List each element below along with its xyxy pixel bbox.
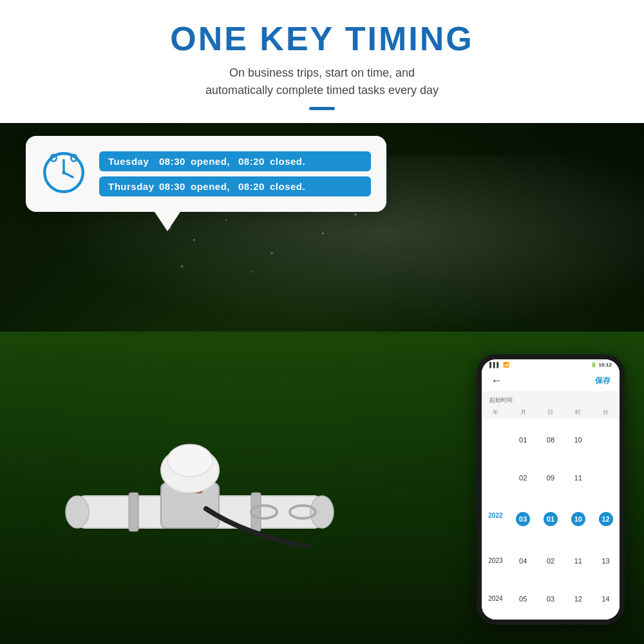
- cell-5-1: 05: [509, 593, 537, 605]
- bottom-section: Tuesday 08:30 opened, 08:20 closed. Thur…: [0, 123, 644, 644]
- cell-3-3: 10: [564, 510, 592, 528]
- schedule-label: 起始时间: [482, 392, 620, 406]
- thursday-day: Thursday: [108, 181, 156, 192]
- phone-status-bar: ▌▌▌ 📶 🔋 10:12: [482, 359, 620, 370]
- tuesday-day: Tuesday: [108, 156, 156, 167]
- bubble-content: Tuesday 08:30 opened, 08:20 closed. Thur…: [41, 150, 371, 198]
- cal-row-4: 2023 04 02 11 13: [482, 555, 620, 567]
- cell-4-1: 04: [509, 555, 537, 567]
- phone-nav: ← 保存: [482, 370, 620, 392]
- status-time: 10:12: [599, 362, 612, 368]
- cell-3-2-circle: 01: [544, 512, 558, 526]
- cell-3-4-circle: 12: [599, 512, 613, 526]
- calendar-area: 年 月 日 时 分 01 08: [482, 406, 620, 620]
- cal-row-1: 01 08 10: [482, 434, 620, 446]
- cal-row-2: 02 09 11: [482, 472, 620, 484]
- header-hour: 时: [564, 408, 592, 417]
- phone-outer: ▌▌▌ 📶 🔋 10:12 ← 保存: [477, 354, 625, 625]
- subtitle-line2: automatically complete timed tasks every…: [205, 84, 439, 97]
- svg-rect-15: [251, 493, 261, 531]
- save-button[interactable]: 保存: [595, 375, 611, 386]
- thursday-open-time: 08:30: [159, 181, 188, 192]
- cell-2-2: 09: [537, 472, 565, 484]
- speech-bubble: Tuesday 08:30 opened, 08:20 closed. Thur…: [26, 136, 386, 212]
- phone-wrapper: ▌▌▌ 📶 🔋 10:12 ← 保存: [477, 354, 625, 625]
- signal-icon: ▌▌▌: [489, 362, 500, 368]
- header-minute: 分: [592, 408, 620, 417]
- cell-5-2: 03: [537, 593, 565, 605]
- cell-4-3: 11: [564, 555, 592, 567]
- cell-2-0: [482, 472, 509, 484]
- device-area: [64, 354, 354, 547]
- cell-4-0: 2023: [482, 555, 509, 567]
- svg-point-7: [66, 496, 89, 528]
- thursday-open-action: opened,: [191, 181, 236, 192]
- cal-row-3-highlighted: 2022 03 01 10: [482, 510, 620, 528]
- cell-5-0: 2024: [482, 593, 509, 605]
- cell-3-4: 12: [592, 510, 620, 528]
- tuesday-open-time: 08:30: [159, 156, 188, 167]
- cell-1-3: 10: [564, 434, 592, 446]
- header-month: 月: [509, 408, 537, 417]
- clock-icon: [41, 150, 86, 198]
- cell-3-1-circle: 03: [516, 512, 530, 526]
- page-wrapper: ONE KEY TIMING On business trips, start …: [0, 0, 644, 644]
- schedule-row-tuesday: Tuesday 08:30 opened, 08:20 closed.: [99, 151, 371, 171]
- cell-4-4: 13: [592, 555, 620, 567]
- svg-rect-14: [129, 493, 138, 531]
- back-button[interactable]: ←: [491, 374, 502, 388]
- main-title: ONE KEY TIMING: [13, 19, 631, 58]
- cell-1-2: 08: [537, 434, 565, 446]
- cell-3-0-year: 2022: [482, 510, 509, 528]
- cell-5-3: 12: [564, 593, 592, 605]
- header-day: 日: [537, 408, 565, 417]
- cell-2-1: 02: [509, 472, 537, 484]
- cell-4-2: 02: [537, 555, 565, 567]
- tuesday-open-action: opened,: [191, 156, 236, 167]
- status-left: ▌▌▌ 📶: [489, 362, 509, 368]
- schedule-row-thursday: Thursday 08:30 opened, 08:20 closed.: [99, 176, 371, 196]
- cell-2-4: [592, 472, 620, 484]
- top-section: ONE KEY TIMING On business trips, start …: [0, 0, 644, 123]
- tuesday-close-action: closed.: [270, 156, 315, 167]
- svg-point-13: [167, 444, 213, 477]
- cell-3-1: 03: [509, 510, 537, 528]
- cal-row-5: 2024 05 03 12 14: [482, 593, 620, 605]
- cell-1-1: 01: [509, 434, 537, 446]
- thursday-close-action: closed.: [270, 181, 315, 192]
- cell-3-3-circle: 10: [571, 512, 585, 526]
- svg-point-3: [62, 171, 65, 174]
- calendar-headers: 年 月 日 时 分: [482, 406, 620, 419]
- cell-1-0: [482, 434, 509, 446]
- svg-point-8: [310, 496, 334, 528]
- calendar-body: 01 08 10 02 09 11: [482, 419, 620, 620]
- blue-bar: [309, 107, 335, 110]
- cell-3-2: 01: [537, 510, 565, 528]
- subtitle-line1: On business trips, start on time, and: [229, 66, 415, 79]
- header-year: 年: [482, 408, 509, 417]
- cell-5-4: 14: [592, 593, 620, 605]
- phone-screen: ▌▌▌ 📶 🔋 10:12 ← 保存: [482, 359, 620, 620]
- tuesday-close-time: 08:20: [238, 156, 267, 167]
- thursday-close-time: 08:20: [238, 181, 267, 192]
- schedule-rows: Tuesday 08:30 opened, 08:20 closed. Thur…: [99, 151, 371, 196]
- subtitle: On business trips, start on time, and au…: [13, 64, 631, 99]
- wifi-icon: 📶: [503, 362, 509, 368]
- battery-icon: 🔋: [591, 362, 597, 368]
- cell-1-4: [592, 434, 620, 446]
- cell-2-3: 11: [564, 472, 592, 484]
- status-right: 🔋 10:12: [591, 362, 612, 368]
